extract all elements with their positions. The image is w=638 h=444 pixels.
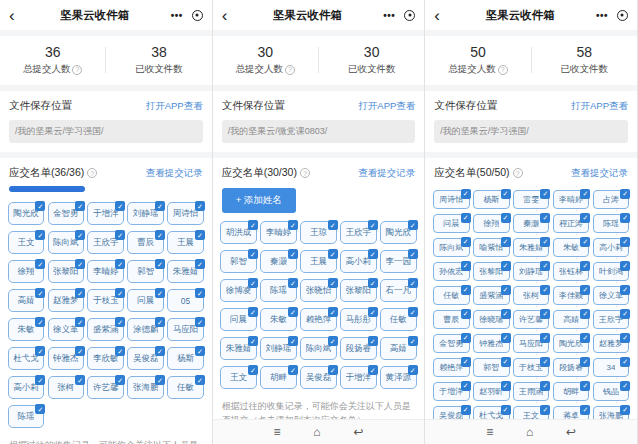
name-chip[interactable]: 李晴婷 ✓ (553, 190, 590, 209)
name-chip[interactable]: 徐义革 ✓ (593, 286, 630, 305)
name-chip[interactable]: 黄泽源 ✓ (380, 366, 417, 389)
name-chip[interactable]: 金智勇 ✓ (48, 202, 85, 225)
name-chip[interactable]: 马彤彤 ✓ (340, 308, 377, 331)
name-chip[interactable]: 赵雅梦 ✓ (48, 289, 85, 312)
name-chip[interactable]: 徐晓瑞 ✓ (473, 310, 510, 329)
help-icon[interactable]: ? (87, 168, 97, 178)
name-chip[interactable]: 于增洋 ✓ (340, 366, 377, 389)
name-chip[interactable]: 李一园 ✓ (380, 250, 417, 273)
name-chip[interactable]: 陈向斌 ✓ (433, 238, 470, 257)
name-chip[interactable]: 朱雅婧 ✓ (167, 260, 204, 283)
name-chip[interactable]: 陶光欣 ✓ (380, 221, 417, 244)
name-chip[interactable]: 陈向斌 ✓ (48, 231, 85, 254)
name-chip[interactable]: 朱敏 ✓ (260, 308, 297, 331)
name-chip[interactable]: 徐翔 ✓ (8, 260, 45, 283)
home-icon[interactable]: ⌂ (526, 426, 533, 438)
name-chip[interactable]: 李佳颖 ✓ (553, 286, 590, 305)
open-app-link[interactable]: 打开APP查看 (571, 100, 628, 113)
name-chip[interactable]: 于枝玉 ✓ (87, 289, 124, 312)
name-chip[interactable]: 郭智 ✓ (473, 358, 510, 377)
name-chip[interactable]: 吴俊磊 ✓ (127, 347, 164, 370)
miniprogram-exit-icon[interactable] (192, 10, 203, 21)
help-icon[interactable]: ? (72, 65, 82, 75)
menu-icon[interactable]: ≡ (486, 426, 493, 438)
name-chip[interactable]: 张钰林 ✓ (553, 262, 590, 281)
miniprogram-exit-icon[interactable] (404, 10, 415, 21)
name-chip[interactable]: 金智勇 ✓ (433, 334, 470, 353)
more-icon[interactable]: ••• (596, 10, 608, 21)
name-chip[interactable]: 张晓怡 ✓ (300, 279, 337, 302)
back-nav-icon[interactable]: ↩ (566, 426, 576, 438)
name-chip[interactable]: 盛紫涵 ✓ (87, 318, 124, 341)
name-chip[interactable]: 雷雯 ✓ (513, 190, 550, 209)
name-chip[interactable]: 刘静瑶 ✓ (127, 202, 164, 225)
name-chip[interactable]: 许艺馨 ✓ (87, 376, 124, 399)
name-chip[interactable]: 李欣敏 ✓ (87, 347, 124, 370)
name-chip[interactable]: 钱晶 ✓ (593, 382, 630, 401)
name-chip[interactable]: 段扬睿 ✓ (340, 337, 377, 360)
name-chip[interactable]: 程正涛 ✓ (553, 214, 590, 233)
miniprogram-exit-icon[interactable] (617, 10, 628, 21)
name-chip[interactable]: 占涛 ✓ (593, 190, 630, 209)
name-chip[interactable]: 张海鹏 ✓ (127, 376, 164, 399)
name-chip[interactable]: 王文 ✓ (220, 366, 257, 389)
name-chip[interactable]: 杨斯 ✓ (473, 190, 510, 209)
back-icon[interactable]: ‹ (9, 7, 29, 24)
name-chip[interactable]: 胡畔 ✓ (260, 366, 297, 389)
name-chip[interactable]: 张黎阳 ✓ (473, 262, 510, 281)
name-chip[interactable]: 涂德麟 ✓ (127, 318, 164, 341)
name-chip[interactable]: 陈瑶 ✓ (260, 279, 297, 302)
name-chip[interactable]: 任敏 ✓ (167, 376, 204, 399)
view-submissions-link[interactable]: 查看提交记录 (358, 167, 415, 180)
name-chip[interactable]: 石一凡 ✓ (380, 279, 417, 302)
help-icon[interactable]: ? (513, 168, 523, 178)
name-chip[interactable]: 赵羽昕 ✓ (473, 382, 510, 401)
name-chip[interactable]: 叶剑鸿 ✓ (593, 262, 630, 281)
name-chip[interactable]: 王欣宇 ✓ (340, 221, 377, 244)
name-chip[interactable]: 马应阳 ✓ (167, 318, 204, 341)
name-chip[interactable]: 钟雅杰 ✓ (473, 334, 510, 353)
back-icon[interactable]: ‹ (434, 7, 454, 24)
name-chip[interactable]: 徐翔 ✓ (473, 214, 510, 233)
name-chip[interactable]: 张柯 ✓ (513, 286, 550, 305)
name-chip[interactable]: 于枝玉 ✓ (513, 358, 550, 377)
name-chip[interactable]: 曹辰 ✓ (433, 310, 470, 329)
name-chip[interactable]: 问晨 ✓ (433, 214, 470, 233)
help-icon[interactable]: ? (300, 168, 310, 178)
name-chip[interactable]: 任敏 ✓ (380, 308, 417, 331)
name-chip[interactable]: 陶光欣 ✓ (553, 334, 590, 353)
name-chip[interactable]: 王琼 ✓ (300, 221, 337, 244)
name-chip[interactable]: 王晨 ✓ (300, 250, 337, 273)
name-chip[interactable]: 王欣宇 ✓ (593, 310, 630, 329)
name-chip[interactable]: 陈瑶 ✓ (8, 405, 45, 428)
name-chip[interactable]: 朱敏 ✓ (553, 238, 590, 257)
back-icon[interactable]: ‹ (222, 7, 242, 24)
name-chip[interactable]: 李晴婷 ✓ (260, 221, 297, 244)
name-chip[interactable]: 李晴婷 ✓ (87, 260, 124, 283)
name-chip[interactable]: 马应阳 ✓ (513, 334, 550, 353)
name-chip[interactable]: 郭智 ✓ (220, 250, 257, 273)
name-chip[interactable]: 刘静瑶 ✓ (513, 262, 550, 281)
name-chip[interactable]: 于增洋 ✓ (87, 202, 124, 225)
name-chip[interactable]: 喻紫怡 ✓ (473, 238, 510, 257)
back-nav-icon[interactable]: ↩ (353, 426, 363, 438)
name-chip[interactable]: 周诗怡 ✓ (167, 202, 204, 225)
name-chip[interactable]: 陈向斌 ✓ (300, 337, 337, 360)
name-chip[interactable]: 吴俊磊 ✓ (300, 366, 337, 389)
open-app-link[interactable]: 打开APP查看 (146, 100, 203, 113)
name-chip[interactable]: 高婧 ✓ (8, 289, 45, 312)
name-chip[interactable]: 盛紫涵 ✓ (473, 286, 510, 305)
name-chip[interactable]: 胡畔 ✓ (553, 382, 590, 401)
name-chip[interactable]: 王雨涵 ✓ (513, 382, 550, 401)
name-chip[interactable]: 34 ✓ (593, 358, 630, 377)
name-chip[interactable]: 赖艳萍 ✓ (433, 358, 470, 377)
view-submissions-link[interactable]: 查看提交记录 (571, 167, 628, 180)
name-chip[interactable]: 高婧 ✓ (380, 337, 417, 360)
name-chip[interactable]: 赵雅梦 ✓ (593, 334, 630, 353)
name-chip[interactable]: 秦灏 ✓ (513, 214, 550, 233)
name-chip[interactable]: 徐博凌 ✓ (220, 279, 257, 302)
name-chip[interactable]: 05 ✓ (167, 289, 204, 312)
help-icon[interactable]: ? (285, 65, 295, 75)
name-chip[interactable]: 许艺馨 ✓ (513, 310, 550, 329)
name-chip[interactable]: 问晨 ✓ (220, 308, 257, 331)
